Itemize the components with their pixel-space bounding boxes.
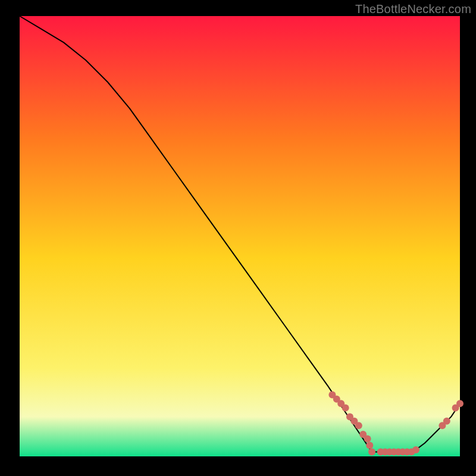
chart-container: TheBottleNecker.com: [0, 0, 476, 476]
data-marker: [355, 422, 362, 429]
data-marker: [412, 446, 419, 453]
bottleneck-curve: [20, 16, 460, 452]
data-marker: [366, 442, 373, 449]
source-attribution: TheBottleNecker.com: [355, 2, 471, 16]
chart-plot: [0, 0, 476, 476]
data-marker: [456, 400, 464, 407]
data-marker: [368, 449, 375, 456]
data-marker: [443, 418, 450, 425]
data-marker: [342, 405, 349, 412]
data-marker: [364, 435, 371, 442]
